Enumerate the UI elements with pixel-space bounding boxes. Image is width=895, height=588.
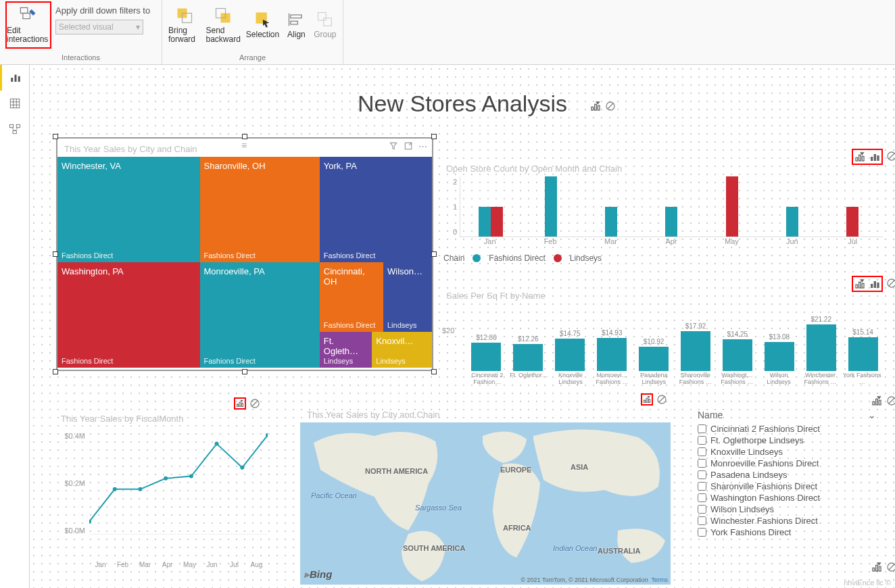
slicer-row[interactable]: Monroeville Fashions Direct xyxy=(692,458,881,469)
report-canvas[interactable]: New Stores Analysis ≡ ⋯ This Year Sales … xyxy=(30,65,895,588)
svg-rect-22 xyxy=(13,130,16,134)
slicer-checkbox[interactable] xyxy=(698,516,706,525)
treemap-cell[interactable]: Sharonville, OHFashions Direct xyxy=(200,157,320,262)
svg-line-70 xyxy=(889,398,894,403)
none-interaction-icon[interactable] xyxy=(886,150,895,162)
svg-rect-21 xyxy=(16,124,20,128)
slicer-row[interactable]: Cincinnati 2 Fashions Direct xyxy=(692,423,881,435)
treemap-cell[interactable]: Ft. Ogleth…Lindseys xyxy=(320,332,372,368)
sqft-bar[interactable]: $15.14 xyxy=(843,328,883,371)
slicer-checkbox[interactable] xyxy=(698,482,706,491)
sqft-bar[interactable]: $10.92 xyxy=(634,338,674,371)
svg-point-55 xyxy=(138,487,142,491)
none-interaction-icon[interactable] xyxy=(886,561,895,573)
slicer-visual[interactable]: Name⌄ Cincinnati 2 Fashions DirectFt. Og… xyxy=(692,407,881,562)
align-button[interactable]: Align xyxy=(284,1,308,49)
treemap-body[interactable]: Winchester, VAFashions DirectSharonville… xyxy=(57,157,432,368)
none-interaction-icon[interactable] xyxy=(886,277,895,289)
slicer-checkbox[interactable] xyxy=(698,424,706,433)
sqft-visual[interactable]: Sales Per Sq Ft by Name $20 $12.86$12.26… xyxy=(439,285,886,393)
map-visual[interactable]: This Year Sales by City and Chain NORTH … xyxy=(300,404,671,581)
slicer-checkbox[interactable] xyxy=(698,459,706,468)
treemap-cell[interactable]: Monroeville, PAFashions Direct xyxy=(200,262,320,368)
sqft-bar[interactable]: $14.25 xyxy=(717,330,757,371)
filter-icon[interactable] xyxy=(589,100,602,112)
data-view-button[interactable] xyxy=(0,91,29,116)
bing-logo: ▸Bing xyxy=(304,568,332,581)
slicer-checkbox[interactable] xyxy=(698,470,706,479)
svg-rect-49 xyxy=(242,403,243,407)
view-rail xyxy=(0,65,30,588)
sqft-bars: $12.86$12.26$14.75$14.93$10.92$17.92$14.… xyxy=(466,316,883,371)
svg-line-51 xyxy=(252,401,258,406)
svg-rect-14 xyxy=(18,76,20,82)
sqft-bar[interactable]: $13.08 xyxy=(759,333,799,371)
send-backward-button[interactable]: Send backward xyxy=(205,1,241,49)
svg-point-56 xyxy=(164,476,168,481)
svg-rect-0 xyxy=(20,7,27,13)
slicer-row[interactable]: Wilson Lindseys xyxy=(692,504,881,515)
sqft-bar[interactable]: $12.86 xyxy=(466,334,506,371)
storecount-visual[interactable]: Open Store Count by Open Month and Chain… xyxy=(439,158,886,277)
slicer-row[interactable]: Sharonville Fashions Direct xyxy=(692,481,881,492)
slicer-checkbox[interactable] xyxy=(698,447,706,456)
none-interaction-icon[interactable] xyxy=(886,395,895,407)
model-view-button[interactable] xyxy=(0,116,29,142)
sqft-bar[interactable]: $12.26 xyxy=(508,335,548,371)
svg-rect-8 xyxy=(291,15,301,18)
more-icon[interactable]: ⋯ xyxy=(418,141,428,153)
selection-button[interactable]: Selection xyxy=(245,1,280,49)
grip-icon[interactable]: ≡ xyxy=(241,140,248,151)
treemap-cell[interactable]: Wilson…Lindseys xyxy=(383,262,432,332)
slicer-row[interactable]: York Fashions Direct xyxy=(692,526,881,538)
treemap-cell[interactable]: York, PAFashions Direct xyxy=(320,157,432,262)
slicer-checkbox[interactable] xyxy=(698,493,706,502)
svg-rect-10 xyxy=(318,13,326,21)
slicer-checkbox[interactable] xyxy=(698,505,706,514)
report-view-button[interactable] xyxy=(0,65,29,91)
sqft-title: Sales Per Sq Ft by Name xyxy=(439,285,886,303)
slicer-row[interactable]: Washington Fashions Direct xyxy=(692,492,881,504)
interaction-controls-footer xyxy=(871,561,895,573)
focus-icon[interactable] xyxy=(404,141,413,153)
slicer-row[interactable]: Winchester Fashions Direct xyxy=(692,515,881,526)
treemap-visual[interactable]: ≡ ⋯ This Year Sales by City and Chain Wi… xyxy=(57,138,433,370)
slicer-row[interactable]: Pasadena Lindseys xyxy=(692,469,881,481)
svg-rect-9 xyxy=(291,22,298,25)
slicer-checkbox[interactable] xyxy=(698,436,706,445)
funnel-icon[interactable] xyxy=(389,141,398,153)
svg-rect-72 xyxy=(876,565,878,571)
interaction-controls-slicer xyxy=(871,395,895,407)
map-attribution: © 2021 TomTom, © 2021 Microsoft Corporat… xyxy=(521,577,668,583)
edit-interactions-button[interactable]: Edit interactions xyxy=(5,1,51,49)
footer-text: nhviEnce llc © xyxy=(844,579,891,587)
chevron-down-icon[interactable]: ⌄ xyxy=(868,410,876,420)
map-title: This Year Sales by City and Chain xyxy=(300,404,671,422)
drill-dropdown[interactable]: Selected visual▾ xyxy=(55,20,143,34)
sqft-bar[interactable]: $14.93 xyxy=(592,329,632,371)
storecount-legend: Chain Fashions Direct Lindseys xyxy=(439,251,886,264)
storecount-xaxis: JanFebMarAprMayJunJul xyxy=(460,237,883,251)
slicer-row[interactable]: Knoxville Lindseys xyxy=(692,446,881,458)
slicer-checkbox[interactable] xyxy=(698,528,706,537)
interactions-group-label: Interactions xyxy=(5,52,156,64)
treemap-cell[interactable]: Winchester, VAFashions Direct xyxy=(57,157,200,262)
sqft-bar[interactable]: $17.92 xyxy=(676,322,716,371)
none-icon[interactable] xyxy=(604,100,616,112)
treemap-cell[interactable]: Knoxvil…Lindseys xyxy=(372,332,432,368)
bring-forward-button[interactable]: Bring forward xyxy=(168,1,201,49)
filter-interaction-icon[interactable] xyxy=(871,395,883,407)
svg-rect-26 xyxy=(595,104,597,110)
treemap-cell[interactable]: Cincinnati, OHFashions Direct xyxy=(320,262,383,332)
filter-interaction-icon[interactable] xyxy=(871,561,883,573)
line-visual[interactable]: This Year Sales by FiscalMonth $0.4M $0.… xyxy=(54,408,270,569)
slicer-header[interactable]: Name⌄ xyxy=(692,407,881,423)
svg-line-65 xyxy=(659,397,664,402)
treemap-cell[interactable]: Washington, PAFashions Direct xyxy=(57,262,200,368)
map-body[interactable]: NORTH AMERICA SOUTH AMERICA EUROPE AFRIC… xyxy=(300,422,671,585)
sqft-bar[interactable]: $14.75 xyxy=(550,330,590,371)
sqft-bar[interactable]: $21.22 xyxy=(801,316,841,371)
sqft-ytick: $20 xyxy=(442,326,454,335)
svg-line-24 xyxy=(15,128,18,131)
slicer-row[interactable]: Ft. Oglethorpe Lindseys xyxy=(692,435,881,446)
